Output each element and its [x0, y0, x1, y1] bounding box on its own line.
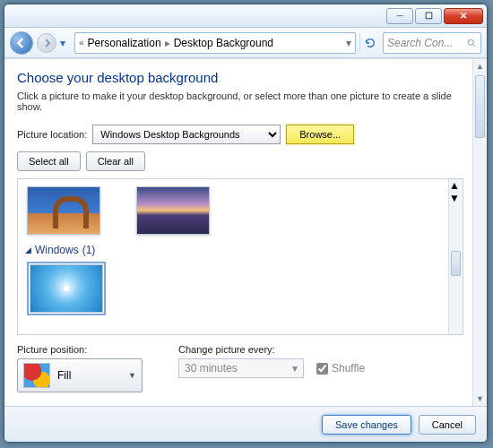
scroll-up-icon[interactable]: ▲: [473, 59, 487, 73]
wallpaper-thumbnail-selected[interactable]: [27, 262, 106, 315]
back-button[interactable]: [10, 31, 33, 55]
select-all-button[interactable]: Select all: [17, 151, 81, 171]
address-bar[interactable]: « Personalization ▸ Desktop Background ▾: [74, 32, 356, 54]
breadcrumb-item[interactable]: Desktop Background: [174, 37, 273, 49]
position-preview-icon: [23, 363, 50, 388]
picture-location-select[interactable]: Windows Desktop Backgrounds: [92, 125, 281, 144]
clear-all-button[interactable]: Clear all: [86, 151, 145, 171]
change-interval-select[interactable]: 30 minutes ▾: [178, 358, 304, 378]
arrow-right-icon: [42, 39, 51, 47]
cancel-button[interactable]: Cancel: [419, 415, 476, 435]
picture-location-label: Picture location:: [17, 129, 87, 140]
wallpaper-gallery: ◢ Windows (1) ▲ ▼: [17, 178, 463, 335]
wallpaper-thumbnail[interactable]: [27, 186, 100, 235]
maximize-button[interactable]: ☐: [415, 8, 442, 24]
forward-button[interactable]: [37, 33, 56, 53]
chevron-down-icon: ▾: [292, 362, 298, 375]
group-count: (1): [82, 244, 96, 256]
group-name: Windows: [35, 244, 79, 256]
scroll-down-icon[interactable]: ▼: [449, 192, 463, 204]
breadcrumb-root-icon: «: [79, 38, 84, 47]
shuffle-checkbox[interactable]: [316, 363, 328, 375]
gallery-group-header[interactable]: ◢ Windows (1): [25, 244, 439, 256]
collapse-icon: ◢: [25, 246, 31, 254]
search-placeholder: Search Con...: [387, 37, 453, 49]
scroll-up-icon[interactable]: ▲: [449, 179, 463, 192]
refresh-button[interactable]: [359, 33, 379, 53]
nav-history-dropdown[interactable]: ▾: [60, 37, 71, 49]
save-changes-button[interactable]: Save changes: [322, 415, 411, 435]
window-controls: ─ ☐ ✕: [386, 8, 483, 24]
picture-position-select[interactable]: Fill ▼: [17, 358, 143, 392]
arrow-left-icon: [16, 38, 27, 48]
breadcrumb-separator-icon: ▸: [165, 37, 170, 49]
content-scrollbar[interactable]: ▲ ▼: [472, 59, 487, 406]
content-area: Choose your desktop background Click a p…: [4, 58, 487, 406]
navbar: ▾ « Personalization ▸ Desktop Background…: [4, 28, 487, 58]
breadcrumb-item[interactable]: Personalization: [88, 37, 161, 49]
picture-position-label: Picture position:: [17, 344, 143, 355]
interval-value: 30 minutes: [185, 362, 238, 375]
change-every-label: Change picture every:: [178, 344, 365, 355]
position-value: Fill: [57, 369, 71, 382]
search-input[interactable]: Search Con...: [383, 32, 481, 54]
minimize-button[interactable]: ─: [386, 8, 413, 24]
scroll-down-icon[interactable]: ▼: [473, 392, 487, 406]
wallpaper-thumbnail[interactable]: [136, 186, 210, 235]
search-icon: [466, 38, 477, 48]
page-heading: Choose your desktop background: [17, 70, 463, 85]
window-frame: ─ ☐ ✕ ▾ « Personalization ▸ Desktop Back…: [4, 4, 488, 443]
shuffle-label: Shuffle: [332, 362, 365, 375]
browse-button[interactable]: Browse...: [286, 125, 354, 144]
close-button[interactable]: ✕: [444, 8, 483, 24]
scroll-thumb[interactable]: [475, 75, 485, 138]
scroll-thumb[interactable]: [451, 251, 461, 276]
titlebar: ─ ☐ ✕: [4, 4, 487, 28]
gallery-scrollbar[interactable]: ▲ ▼: [448, 179, 463, 334]
page-subtext: Click a picture to make it your desktop …: [17, 90, 463, 112]
chevron-down-icon: ▼: [128, 371, 136, 380]
chevron-down-icon[interactable]: ▾: [346, 37, 351, 49]
footer: Save changes Cancel: [4, 406, 487, 442]
shuffle-option[interactable]: Shuffle: [316, 362, 365, 375]
refresh-icon: [364, 37, 376, 49]
svg-point-0: [468, 39, 473, 45]
